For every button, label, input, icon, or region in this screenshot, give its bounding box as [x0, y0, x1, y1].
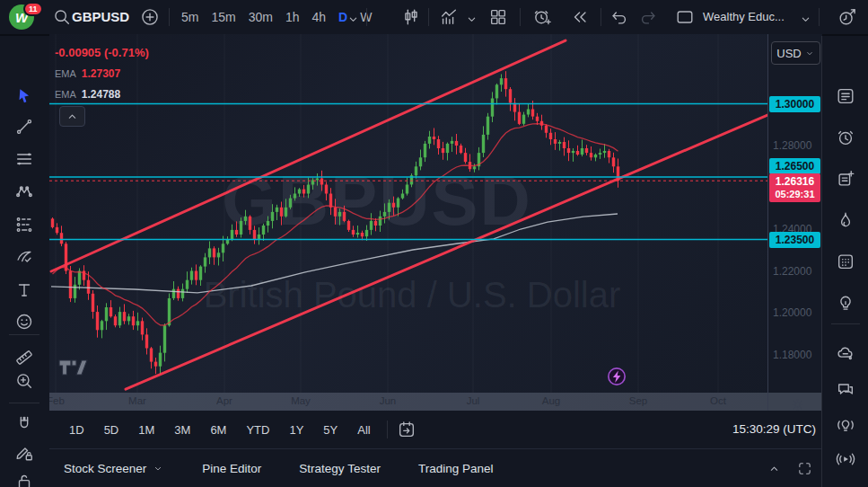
layout-grid-icon[interactable]: [488, 7, 508, 27]
magnet-tool-icon[interactable]: [14, 414, 34, 434]
sidebar-watchlist-icon[interactable]: [836, 86, 855, 106]
range-all-button[interactable]: All: [350, 420, 377, 440]
divider: [169, 8, 170, 26]
brush-tool-icon[interactable]: [14, 246, 34, 266]
price-tick: 1.20000: [773, 306, 811, 319]
month-label-Mar: Mar: [128, 395, 146, 406]
candlestick-plot[interactable]: [49, 34, 767, 411]
instant-trade-button[interactable]: [607, 367, 627, 386]
alert-plus-icon[interactable]: [532, 7, 552, 27]
sidebar-ideas-icon[interactable]: [836, 293, 855, 313]
trend-line-tool-icon[interactable]: [14, 117, 34, 137]
divider: [387, 421, 388, 438]
bar-countdown: 05:29:31: [775, 188, 814, 200]
level-price-label[interactable]: 1.23500: [769, 232, 820, 248]
price-tick: 1.18000: [773, 349, 811, 361]
text-tool-icon[interactable]: [14, 280, 34, 300]
chart-style-icon[interactable]: [401, 7, 421, 27]
range-5y-button[interactable]: 5Y: [316, 420, 345, 440]
tradingview-logo[interactable]: [58, 356, 91, 383]
timeframe-4h[interactable]: 4h: [312, 10, 327, 24]
range-1d-button[interactable]: 1D: [62, 420, 92, 440]
range-ytd-button[interactable]: YTD: [239, 420, 276, 440]
cursor-tool-icon[interactable]: [14, 86, 34, 106]
tab-stock-screener[interactable]: Stock Screener: [64, 462, 164, 475]
symbol-name[interactable]: GBPUSD: [72, 9, 129, 24]
tab-trading-panel[interactable]: Trading Panel: [418, 462, 494, 475]
chevron-down-icon[interactable]: [795, 9, 815, 29]
sidebar-alerts-icon[interactable]: [836, 128, 855, 147]
emoji-tool-icon[interactable]: [14, 312, 34, 332]
tab-pine-editor[interactable]: Pine Editor: [202, 462, 261, 475]
drawing-toolbar: [0, 36, 50, 487]
divider: [601, 8, 601, 26]
last-price-label: 1.2631605:29:31: [769, 173, 820, 202]
ema-slow-row[interactable]: EMA1.24788: [55, 84, 149, 104]
layout-box-icon[interactable]: [675, 7, 695, 27]
chevron-down-icon: [804, 48, 815, 58]
month-label-Jun: Jun: [380, 395, 397, 406]
timeframe-30m[interactable]: 30m: [249, 10, 273, 24]
timeframe-1h[interactable]: 1h: [285, 10, 300, 24]
fib-retracement-tool-icon[interactable]: [14, 149, 34, 169]
tab-strategy-tester[interactable]: Strategy Tester: [299, 462, 381, 475]
range-1y-button[interactable]: 1Y: [282, 420, 311, 440]
price-change: -0.00905 (-0.71%): [55, 43, 149, 63]
lock-all-tool-icon[interactable]: [14, 472, 34, 487]
legend-collapse-button[interactable]: [59, 106, 85, 127]
chart-legend: -0.00905 (-0.71%) EMA1.27307 EMA1.24788: [55, 43, 149, 104]
chart-canvas[interactable]: GBPUSD British Pound / U.S. Dollar -0.00…: [49, 34, 767, 411]
range-3m-button[interactable]: 3M: [167, 420, 197, 440]
sidebar-minds-icon[interactable]: [836, 343, 855, 363]
time-axis[interactable]: FebMarAprMayJunJulAugSepOct: [49, 393, 767, 411]
expand-panel-icon[interactable]: [764, 458, 784, 478]
level-price-label[interactable]: 1.30000: [769, 96, 820, 112]
indicators-icon[interactable]: [439, 7, 459, 27]
ema-fast-value: 1.27307: [82, 67, 120, 80]
zoom-in-tool-icon[interactable]: [14, 371, 34, 391]
clock[interactable]: 15:30:29 (UTC): [732, 422, 816, 436]
sidebar-calendar-icon[interactable]: [836, 252, 855, 271]
layout-name[interactable]: Wealthy Educ...: [703, 10, 785, 23]
price-tick: 1.22000: [773, 265, 811, 278]
range-1m-button[interactable]: 1M: [131, 420, 162, 440]
chevron-down-icon[interactable]: [343, 9, 363, 29]
timeframe-15m[interactable]: 15m: [211, 10, 235, 24]
timeframe-5m[interactable]: 5m: [181, 10, 198, 24]
sidebar-streams-icon[interactable]: [836, 449, 855, 469]
add-symbol-icon[interactable]: [140, 7, 160, 27]
sidebar-journal-icon[interactable]: [836, 169, 855, 189]
search-icon[interactable]: [52, 7, 72, 27]
divider: [819, 8, 820, 26]
chevron-down-icon[interactable]: [461, 9, 481, 29]
undo-icon[interactable]: [609, 7, 629, 27]
publish-icon[interactable]: [837, 7, 857, 27]
sidebar-chat-icon[interactable]: [836, 379, 855, 399]
month-label-Feb: Feb: [49, 395, 65, 406]
level-price-label[interactable]: 1.26500: [769, 158, 820, 174]
forecast-tool-icon[interactable]: [14, 215, 34, 235]
ema-slow-value: 1.24788: [82, 88, 120, 101]
ema-fast-row[interactable]: EMA1.27307: [55, 63, 149, 84]
month-label-May: May: [291, 395, 311, 406]
month-label-Aug: Aug: [542, 395, 560, 406]
go-to-date-icon[interactable]: [397, 420, 416, 439]
measure-tool-icon[interactable]: [14, 348, 34, 367]
fullscreen-icon[interactable]: [794, 458, 814, 478]
divider: [9, 334, 39, 335]
top-toolbar: W 11 GBPUSD 5m15m30m1h4hDW Wealthy Educ.…: [0, 0, 868, 36]
sidebar-hotlists-icon[interactable]: [836, 210, 855, 230]
range-5d-button[interactable]: 5D: [97, 420, 127, 440]
divider: [9, 403, 39, 403]
divider: [831, 323, 860, 324]
price-axis[interactable]: USD 1.280001.240001.220001.200001.180001…: [767, 34, 822, 411]
bottom-tabs: Stock ScreenerPine EditorStrategy Tester…: [64, 462, 493, 475]
drawing-lock-tool-icon[interactable]: [14, 443, 34, 463]
range-6m-button[interactable]: 6M: [203, 420, 233, 440]
redo-icon[interactable]: [638, 7, 658, 27]
currency-selector[interactable]: USD: [771, 41, 820, 65]
pattern-tool-icon[interactable]: [14, 182, 34, 201]
divider: [366, 8, 367, 26]
replay-icon[interactable]: [570, 7, 590, 27]
sidebar-live-ideas-icon[interactable]: [836, 415, 855, 435]
